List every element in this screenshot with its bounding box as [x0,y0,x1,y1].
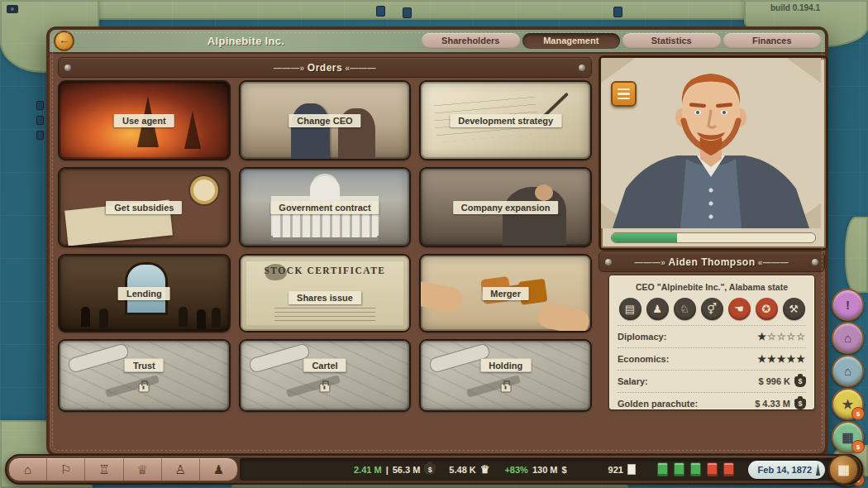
cash-value: 2.41 M [354,465,382,475]
tab-shareholders[interactable]: Shareholders [422,33,520,49]
golden-parachute-value: $ 4.33 M$ [755,399,806,409]
camera-icon [7,5,18,13]
events-button[interactable]: ! [832,289,864,321]
order-card-label: Holding [480,359,531,372]
resource-spools [657,462,734,476]
cash-readout: 2.41 M | 56.3 M $ [354,464,436,475]
order-card-government-contract[interactable]: Government contract [239,167,412,247]
trait-headdress-icon[interactable]: ✪ [756,298,778,320]
achievements-button[interactable]: ★$ [832,388,864,420]
status-readouts: 2.41 M | 56.3 M $ 5.48 K ♛ +83% 130 M $ … [240,458,860,481]
tab-bar: Shareholders Management Statistics Finan… [422,33,821,49]
order-card-holding[interactable]: Holding [419,339,592,412]
back-button[interactable]: ← [54,31,74,51]
calendar-button[interactable]: ▦ [828,454,859,485]
income-value: 130 M [532,465,558,475]
bottom-nav: ⌂ ⚐ ♖ ♕ ♙ ♟ [8,457,238,481]
map-land-right [845,217,868,293]
prestige-value: 5.48 K [449,465,475,475]
order-card-label: Use agent [114,114,174,127]
order-card-change-ceo[interactable]: Change CEO [239,80,412,160]
stat-row-economics: Economics: ★★★★★ [618,347,806,370]
stat-label: Golden parachute: [618,399,698,409]
order-card-label: Shares issue [289,291,361,304]
map-marker [36,101,44,110]
order-card-development-strategy[interactable]: Development strategy [419,80,592,160]
map-nav-button[interactable]: ⚐ [47,458,85,481]
trait-donkey-icon[interactable]: ♘ [674,298,696,320]
documents-readout: 921 [608,464,636,475]
badge: $ [851,440,865,453]
calendar-icon: ▦ [837,462,849,477]
trait-gender-icon[interactable]: ⚥ [701,298,723,320]
agent-nav-button[interactable]: ♙ [162,458,200,481]
order-card-label: Trust [125,359,164,372]
staff-nav-button[interactable]: ♟ [200,458,237,481]
agent-icon: ♙ [175,462,186,477]
economics-stars: ★★★★★ [757,353,806,365]
lock-icon [139,384,150,393]
estate-button[interactable]: ⌂ [832,322,864,354]
date-display[interactable]: Feb 14, 1872 [748,461,825,479]
order-card-label: Cartel [303,359,346,372]
window-title: Alpinebite Inc. [74,35,417,47]
bank-nav-button[interactable]: ⌂ [9,458,47,481]
stat-row-salary: Salary: $ 996 K$ [618,370,806,392]
bank-icon: ⌂ [24,462,31,476]
government-nav-button[interactable]: ♖ [85,458,123,481]
build-version: build 0.194.1 [770,3,820,12]
tab-management[interactable]: Management [522,33,621,49]
orders-grid: Use agent Change CEO Development strateg… [58,80,592,412]
company-window: ← Alpinebite Inc. Shareholders Managemen… [46,26,828,457]
map-marker [613,7,622,17]
order-card-label: Lending [118,287,170,300]
city-button[interactable]: ⌂ [832,355,864,387]
obelisk-icon [816,463,820,476]
order-card-merger[interactable]: Merger [419,254,592,333]
stat-label: Salary: [618,376,648,386]
ceo-info-card: CEO "Alpinebite Inc.", Alabama state ▤ ♟… [608,275,815,410]
income-readout: +83% 130 M $ [504,465,566,475]
map-marker [403,7,412,18]
trophy-nav-button[interactable]: ♕ [124,458,162,481]
moneybag-icon: $ [424,464,436,475]
rivet-icon [812,259,818,266]
order-card-cartel[interactable]: Cartel [239,339,412,412]
document-icon [627,464,636,475]
tab-finances[interactable]: Finances [723,33,822,49]
order-card-use-agent[interactable]: Use agent [58,80,231,160]
moneybag-icon: $ [794,399,806,409]
person-icon: ♟ [213,462,224,477]
spool-indicator [674,462,684,476]
rivet-icon [605,259,612,266]
trait-anvil-icon[interactable]: ⚒ [783,298,805,320]
window-titlebar: ← Alpinebite Inc. Shareholders Managemen… [50,30,825,54]
stock-certificate-text: STOCK CERTIFICATE [241,266,410,275]
calculator-button[interactable]: ▦$ [832,421,864,453]
map-marker [376,6,385,17]
loyalty-bar [611,232,816,243]
map-marker [36,116,44,125]
order-card-label: Company expansion [453,201,559,214]
order-card-trust[interactable]: Trust [58,339,231,412]
order-card-shares-issue[interactable]: STOCK CERTIFICATE Shares issue [239,254,412,333]
capital-value: 56.3 M [393,465,421,475]
map-marker [36,131,44,140]
trait-prayer-icon[interactable]: ♟ [646,298,669,320]
income-percent: +83% [504,465,527,475]
trait-hand-icon[interactable]: ☚ [728,298,751,320]
building-icon: ⌂ [844,364,851,378]
ceo-name: Aiden Thompson [635,256,789,268]
trait-book-icon[interactable]: ▤ [619,298,641,320]
order-card-lending[interactable]: Lending [58,254,231,333]
order-card-company-expansion[interactable]: Company expansion [419,167,592,247]
stat-label: Diplomacy: [618,332,666,342]
stat-row-golden-parachute: Golden parachute: $ 4.33 M$ [618,392,806,414]
hamburger-menu-button[interactable] [611,81,637,107]
order-card-label: Development strategy [450,114,561,127]
order-card-get-subsidies[interactable]: Get subsidies [58,167,231,247]
separator: | [386,465,389,475]
spool-indicator [723,462,734,476]
orders-title: Orders [274,62,376,74]
tab-statistics[interactable]: Statistics [622,33,721,49]
